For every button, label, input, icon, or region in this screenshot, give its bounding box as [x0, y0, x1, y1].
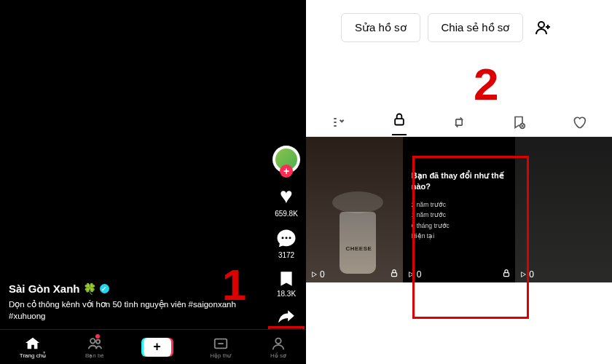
- annotation-step-2: 2: [474, 58, 498, 110]
- share-icon: [277, 308, 296, 327]
- caption-text: Dọn cỏ thông kênh với hơn 50 tình nguyện…: [9, 298, 255, 322]
- feed-screen: + ♥ 659.8K 3172 18.3K 4286 Sài Gòn Xanh …: [0, 0, 306, 364]
- tab-saved[interactable]: [511, 115, 526, 132]
- profile-tabs: [306, 111, 612, 137]
- nav-create[interactable]: +: [144, 338, 171, 357]
- heart-icon: ♥: [280, 183, 293, 208]
- tab-private[interactable]: [392, 112, 407, 135]
- video-thumb-1[interactable]: CHEESE 0: [306, 137, 403, 282]
- sort-icon: [332, 115, 346, 130]
- svg-point-2: [289, 237, 291, 239]
- play-icon: [310, 271, 318, 278]
- bottom-nav: Trang chủ Bạn bè + Hộp thư Hồ sơ: [0, 329, 306, 364]
- bookmark-tab-icon: [511, 115, 526, 130]
- creator-avatar[interactable]: +: [272, 146, 300, 173]
- profile-buttons: Sửa hồ sơ Chia sẻ hồ sơ: [306, 0, 612, 45]
- share-profile-button[interactable]: Chia sẻ hồ sơ: [428, 13, 524, 42]
- svg-point-0: [282, 237, 284, 239]
- plus-icon: +: [153, 339, 161, 355]
- comment-icon: [275, 228, 297, 250]
- home-icon: [25, 336, 41, 352]
- bookmark-icon: [277, 269, 296, 288]
- svg-point-3: [90, 339, 95, 343]
- lock-icon: [392, 112, 407, 127]
- svg-point-4: [96, 339, 100, 343]
- svg-rect-10: [391, 273, 396, 277]
- edit-profile-button[interactable]: Sửa hồ sơ: [341, 13, 420, 42]
- follow-plus-icon[interactable]: +: [280, 165, 293, 178]
- bookmark-count: 18.3K: [277, 290, 296, 298]
- profile-icon: [270, 336, 286, 352]
- nav-home[interactable]: Trang chủ: [20, 336, 46, 359]
- annotation-highlight-2: [412, 156, 529, 319]
- nav-inbox[interactable]: Hộp thư: [210, 336, 231, 359]
- cup-graphic: CHEESE: [340, 212, 376, 274]
- svg-rect-8: [395, 119, 404, 124]
- tab-repost[interactable]: [452, 115, 466, 132]
- friends-icon: [87, 336, 103, 352]
- tab-liked[interactable]: [572, 115, 586, 132]
- comment-count: 3172: [278, 251, 294, 259]
- comment-button[interactable]: 3172: [275, 228, 297, 259]
- view-count: 0: [310, 269, 325, 280]
- username[interactable]: Sài Gòn Xanh 🍀 ✓: [9, 282, 109, 296]
- inbox-icon: [213, 336, 229, 352]
- tab-feed[interactable]: [332, 115, 346, 132]
- like-count: 659.8K: [275, 210, 298, 218]
- nav-friends[interactable]: Bạn bè: [85, 336, 104, 359]
- heart-tab-icon: [572, 115, 586, 130]
- lock-mini-icon: [390, 269, 399, 279]
- notification-dot-icon: [95, 334, 100, 339]
- svg-point-7: [538, 22, 544, 28]
- svg-point-1: [286, 237, 288, 239]
- video-thumb-3[interactable]: 0: [515, 137, 612, 282]
- add-friend-icon: [535, 19, 552, 36]
- verified-badge-icon: ✓: [100, 284, 109, 293]
- annotation-step-1: 1: [222, 260, 246, 310]
- video-caption: Sài Gòn Xanh 🍀 ✓ Dọn cỏ thông kênh với h…: [9, 282, 255, 322]
- bookmark-button[interactable]: 18.3K: [277, 269, 296, 298]
- action-sidebar: + ♥ 659.8K 3172 18.3K 4286: [272, 146, 300, 336]
- profile-screen: Sửa hồ sơ Chia sẻ hồ sơ 2 CHEESE: [306, 0, 612, 364]
- svg-point-6: [275, 338, 280, 343]
- add-friend-button[interactable]: [530, 15, 557, 41]
- nav-profile[interactable]: Hồ sơ: [270, 336, 286, 359]
- repost-icon: [452, 115, 466, 130]
- like-button[interactable]: ♥ 659.8K: [275, 183, 298, 218]
